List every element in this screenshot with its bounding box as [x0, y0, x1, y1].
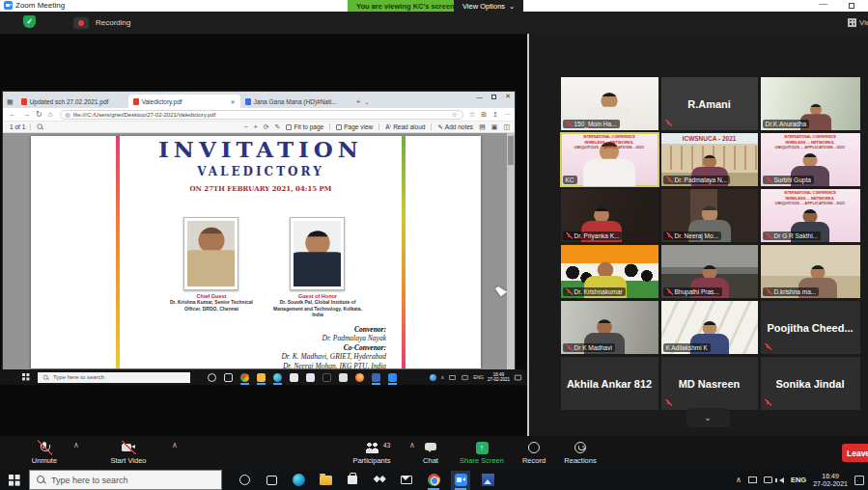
gallery-view-button[interactable]: View: [848, 16, 868, 29]
tab-manager-icon[interactable]: ▦: [7, 98, 14, 106]
draw-icon[interactable]: ✎: [275, 123, 281, 131]
highlighter-icon[interactable]: ◫: [503, 123, 510, 131]
home-icon[interactable]: ⌂: [48, 110, 53, 119]
edge-icon[interactable]: [292, 474, 305, 487]
save-icon[interactable]: ▣: [491, 123, 498, 131]
news-badge-icon[interactable]: [430, 374, 436, 381]
participant-tile[interactable]: Dr. Krishnakumar: [561, 245, 658, 298]
participant-tile[interactable]: 150_Moin Ha...: [561, 77, 658, 130]
share-screen-button[interactable]: ↑ Share Screen: [451, 441, 513, 465]
collections-icon[interactable]: ⊞: [481, 111, 487, 119]
network-icon[interactable]: [764, 476, 772, 483]
record-button[interactable]: Record: [515, 441, 553, 465]
zoom-app-icon[interactable]: [388, 373, 397, 382]
participants-button[interactable]: 43 Participants: [340, 441, 404, 465]
minimize-button[interactable]: —: [819, 0, 827, 9]
tab-updated-sch[interactable]: Updated sch 27.02.2021.pdf: [16, 95, 128, 108]
tab-list-chevron-icon[interactable]: ⌄: [364, 98, 369, 105]
scrollbar[interactable]: [507, 133, 515, 369]
chrome-icon[interactable]: [240, 373, 249, 382]
close-tab-icon[interactable]: ✕: [231, 98, 236, 105]
tab-valedictory[interactable]: Valedictory.pdf ✕: [128, 95, 240, 108]
cortana-icon[interactable]: [208, 373, 216, 382]
participant-tile[interactable]: Akhila Ankar 812: [561, 357, 658, 410]
encryption-shield-icon[interactable]: ✓: [23, 15, 36, 28]
view-options-button[interactable]: View Options⌄: [454, 0, 523, 12]
dropbox-icon[interactable]: [373, 474, 386, 487]
fit-to-page-button[interactable]: Fit to page: [286, 123, 323, 130]
start-button-icon[interactable]: [9, 475, 20, 486]
favorites-icon[interactable]: ☆: [469, 111, 475, 119]
tab-jana-gana-mana[interactable]: Jana Gana Mana (HD)#Nati...: [240, 95, 352, 108]
more-participants-button[interactable]: ⌄: [686, 408, 730, 427]
unmute-button[interactable]: Unmute: [17, 441, 71, 465]
notification-center-icon[interactable]: [854, 476, 864, 485]
speaker-icon[interactable]: [779, 477, 784, 483]
battery-icon[interactable]: [748, 476, 757, 483]
rotate-icon[interactable]: ⟳: [264, 123, 269, 131]
participant-tile[interactable]: INTERNATIONAL CONFERENCE WIRELESS ... NE…: [761, 133, 860, 186]
participant-tile-active-speaker[interactable]: INTERNATIONAL CONFERENCE WIRELESS ... NE…: [561, 133, 658, 186]
forward-icon[interactable]: →: [22, 110, 30, 119]
firefox-icon[interactable]: [355, 373, 364, 382]
participant-tile[interactable]: Sonika Jindal: [761, 357, 860, 410]
recording-indicator-icon[interactable]: [73, 17, 89, 29]
refresh-icon[interactable]: ↻: [36, 110, 42, 119]
more-options-icon[interactable]: ⋯: [504, 111, 511, 119]
photos-icon[interactable]: [481, 474, 494, 487]
share-icon[interactable]: ↥: [492, 111, 498, 119]
language-indicator[interactable]: ENG: [791, 476, 806, 484]
notification-icon[interactable]: [515, 374, 521, 380]
network-icon[interactable]: [462, 375, 467, 380]
participant-tile[interactable]: D.krishna ma...: [761, 245, 860, 298]
photos-icon[interactable]: [372, 373, 380, 382]
leave-button[interactable]: Leave: [842, 444, 868, 462]
store-icon[interactable]: [346, 474, 359, 487]
zoom-app-icon[interactable]: [454, 474, 467, 487]
netflix-icon[interactable]: [322, 373, 331, 382]
add-notes-button[interactable]: ✎Add notes: [437, 123, 473, 131]
taskbar-search-box[interactable]: Type here to search: [29, 470, 222, 490]
address-bar[interactable]: ◎ file:///C:/Users/griet/Desktop/27-02-2…: [60, 110, 463, 120]
zoom-in-icon[interactable]: +: [254, 123, 258, 130]
search-document-icon[interactable]: [38, 123, 43, 129]
task-view-icon[interactable]: [265, 474, 278, 487]
dropbox-icon[interactable]: [306, 373, 315, 382]
cortana-icon[interactable]: [238, 474, 251, 487]
participant-tile[interactable]: INTERNATIONAL CONFERENCE WIRELESS ... NE…: [761, 189, 860, 242]
favorite-star-icon[interactable]: ☆: [452, 111, 458, 119]
participant-tile[interactable]: Dr. Neeraj Mo...: [661, 189, 758, 242]
participant-tile[interactable]: R.Amani: [661, 77, 758, 130]
participant-tile[interactable]: ICWSNUCA - 2021 Dr. Padmalaya N...: [661, 133, 758, 186]
back-icon[interactable]: ←: [9, 110, 16, 119]
start-button-icon[interactable]: [22, 373, 30, 381]
browser-maximize-button[interactable]: [491, 95, 496, 99]
browser-close-button[interactable]: ✕: [505, 93, 511, 100]
participant-tile[interactable]: Bhupathi Pras...: [661, 245, 758, 298]
maximize-button[interactable]: [849, 3, 854, 9]
participant-tile[interactable]: Dr.K.Anuradha: [761, 77, 860, 130]
shared-clock[interactable]: 16:49 27-02-2021: [488, 372, 510, 382]
reactions-button[interactable]: Reactions: [556, 441, 604, 465]
language-indicator[interactable]: ENG: [473, 374, 484, 380]
chrome-icon[interactable]: [427, 474, 440, 487]
hidden-icons-chevron[interactable]: ∧: [440, 374, 444, 380]
start-video-button[interactable]: Start Video: [97, 441, 160, 465]
scrollbar-thumb[interactable]: [508, 136, 514, 165]
chat-button[interactable]: Chat: [413, 441, 448, 465]
new-tab-button[interactable]: +: [352, 97, 365, 106]
shared-search-box[interactable]: Type here to search: [38, 372, 190, 383]
file-explorer-icon[interactable]: [319, 474, 332, 487]
file-explorer-icon[interactable]: [257, 373, 266, 382]
audio-options-chevron[interactable]: ∧: [73, 441, 79, 449]
page-view-button[interactable]: Page view: [336, 123, 373, 130]
zoom-out-icon[interactable]: −: [244, 123, 248, 130]
browser-minimize-button[interactable]: —: [476, 94, 483, 100]
battery-icon[interactable]: [449, 375, 455, 380]
participant-tile[interactable]: Dr. Priyanka K...: [561, 189, 658, 242]
taskbar-clock[interactable]: 16:49 27-02-2021: [813, 473, 848, 487]
participant-tile[interactable]: Dr K Madhavi: [561, 301, 658, 354]
mail-icon[interactable]: [339, 373, 348, 382]
mail-icon[interactable]: [400, 474, 413, 487]
participant-tile[interactable]: Poojitha Cheed...: [761, 301, 860, 354]
